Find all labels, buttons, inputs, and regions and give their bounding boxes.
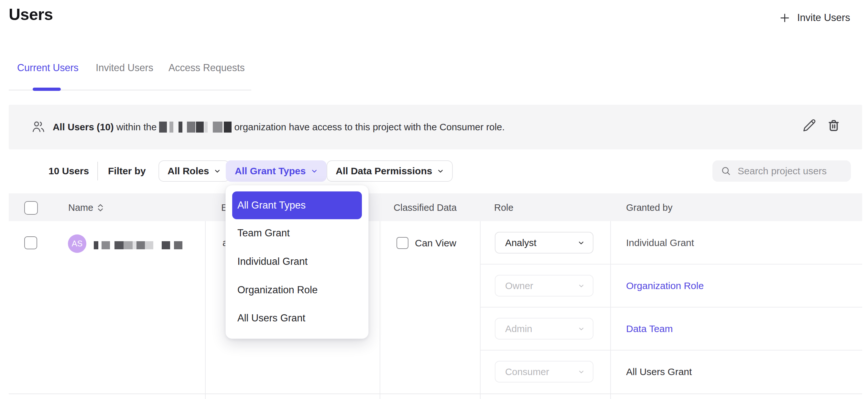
banner-text: All Users (10) within the organization h…	[53, 105, 505, 149]
avatar: AS	[68, 235, 86, 253]
chevron-down-icon	[437, 168, 444, 174]
filter-all-roles[interactable]: All Roles	[158, 160, 229, 182]
filter-all-data-permissions-label: All Data Permissions	[336, 165, 432, 177]
granted-by-data-team-link[interactable]: Data Team	[626, 323, 673, 334]
active-tab-indicator	[33, 88, 61, 91]
filter-all-data-permissions[interactable]: All Data Permissions	[327, 160, 453, 182]
all-users-banner: All Users (10) within the organization h…	[9, 105, 862, 149]
banner-after: organization have access to this project…	[234, 122, 504, 132]
chevron-down-icon	[311, 168, 317, 174]
grant-row-divider	[480, 307, 862, 307]
select-all-checkbox[interactable]	[24, 201, 38, 215]
role-select-owner: Owner	[495, 275, 593, 297]
column-border	[205, 221, 206, 399]
column-header-role: Role	[494, 203, 514, 213]
can-view-checkbox[interactable]	[397, 237, 408, 249]
granted-by-organization-role-link[interactable]: Organization Role	[626, 280, 704, 291]
sort-icon	[98, 204, 103, 212]
column-header-name[interactable]: Name	[68, 203, 103, 213]
chevron-down-icon	[214, 168, 221, 174]
column-header-granted-by: Granted by	[626, 203, 672, 213]
banner-bold: All Users (10)	[53, 122, 114, 132]
filter-all-grant-types-label: All Grant Types	[235, 165, 306, 177]
trash-icon	[827, 118, 841, 132]
column-name-label: Name	[68, 203, 93, 213]
tab-current-users[interactable]: Current Users	[17, 62, 79, 73]
role-label: Admin	[505, 323, 532, 334]
users-icon	[31, 120, 45, 133]
tab-access-requests[interactable]: Access Requests	[168, 62, 245, 73]
edit-grant-button[interactable]	[802, 118, 817, 132]
chevron-down-icon	[578, 326, 584, 332]
grant-row-divider	[480, 350, 862, 350]
search-box	[712, 160, 851, 182]
avatar-initials: AS	[72, 239, 83, 248]
grant-row-divider	[480, 264, 862, 265]
dropdown-item-team-grant[interactable]: Team Grant	[232, 219, 362, 248]
role-label: Consumer	[505, 366, 549, 377]
role-select-consumer: Consumer	[495, 361, 593, 382]
row-checkbox[interactable]	[24, 236, 37, 249]
filter-all-roles-label: All Roles	[167, 165, 209, 177]
redacted-user-name	[94, 239, 182, 251]
column-header-classified-data: Classified Data	[394, 203, 457, 213]
search-input[interactable]	[738, 165, 835, 177]
granted-by-all-users-grant: All Users Grant	[626, 366, 692, 377]
tab-invited-users[interactable]: Invited Users	[96, 62, 153, 73]
chevron-down-icon	[578, 369, 584, 375]
filter-by-label: Filter by	[108, 165, 146, 177]
filter-all-grant-types[interactable]: All Grant Types	[226, 160, 327, 182]
dropdown-item-organization-role[interactable]: Organization Role	[232, 276, 362, 304]
role-label: Owner	[505, 280, 533, 291]
users-page: Users Invite Users Current Users Invited…	[0, 0, 868, 399]
role-select-admin: Admin	[495, 318, 593, 339]
dropdown-item-individual-grant[interactable]: Individual Grant	[232, 247, 362, 276]
page-title: Users	[9, 5, 53, 24]
role-label: Analyst	[505, 237, 536, 248]
filter-divider	[97, 162, 98, 180]
column-border	[610, 221, 611, 399]
invite-users-label: Invite Users	[797, 12, 850, 24]
column-border	[380, 221, 380, 399]
banner-middle: within the	[117, 122, 157, 132]
redacted-org-name	[159, 121, 231, 133]
role-select-analyst[interactable]: Analyst	[495, 232, 593, 253]
dropdown-item-all-users-grant[interactable]: All Users Grant	[232, 304, 362, 332]
delete-grant-button[interactable]	[827, 118, 841, 132]
invite-users-button[interactable]: Invite Users	[779, 9, 850, 27]
user-row-divider	[9, 394, 862, 394]
chevron-down-icon	[578, 240, 584, 246]
grant-types-dropdown: All Grant Types Team Grant Individual Gr…	[225, 185, 369, 339]
users-count: 10 Users	[49, 165, 89, 177]
chevron-down-icon	[578, 283, 584, 289]
granted-by-individual-grant: Individual Grant	[626, 237, 694, 248]
can-view-label: Can View	[415, 238, 456, 249]
plus-icon	[779, 12, 791, 24]
pencil-icon	[802, 118, 817, 132]
column-border	[480, 221, 480, 399]
dropdown-item-all-grant-types[interactable]: All Grant Types	[232, 191, 362, 219]
search-icon	[721, 166, 731, 176]
